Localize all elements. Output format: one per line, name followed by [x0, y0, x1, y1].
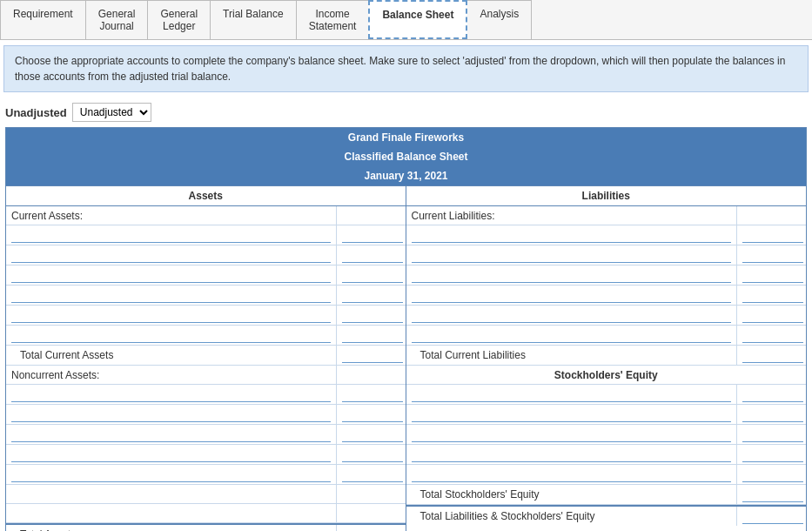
noncurrent-asset-field-2[interactable]	[6, 405, 336, 424]
asset-field-2[interactable]	[6, 245, 336, 265]
liability-amount-input-3[interactable]	[742, 267, 803, 283]
liability-amount-5[interactable]	[736, 306, 806, 325]
asset-amount-input-6[interactable]	[342, 327, 403, 343]
equity-input-3[interactable]	[412, 427, 732, 442]
equity-amount-input-2[interactable]	[742, 407, 803, 422]
liability-input-2[interactable]	[412, 247, 732, 263]
noncurrent-asset-amount-3[interactable]	[336, 425, 406, 444]
equity-amount-input-5[interactable]	[742, 467, 803, 482]
liability-amount-input-1[interactable]	[742, 227, 803, 243]
equity-amount-input-1[interactable]	[742, 386, 803, 402]
equity-amount-1[interactable]	[736, 385, 806, 404]
noncurrent-asset-amount-input-1[interactable]	[342, 386, 403, 402]
total-current-assets-amount[interactable]	[336, 346, 406, 365]
total-liabilities-equity-amount[interactable]	[736, 507, 806, 526]
noncurrent-asset-amount-1[interactable]	[336, 385, 406, 404]
liability-field-2[interactable]	[406, 245, 737, 265]
total-assets-amount[interactable]	[336, 525, 406, 531]
noncurrent-asset-amount-input-3[interactable]	[342, 427, 403, 442]
equity-field-5[interactable]	[406, 465, 737, 484]
total-current-liabilities-input[interactable]	[742, 347, 803, 363]
liability-amount-1[interactable]	[736, 225, 806, 245]
equity-input-1[interactable]	[412, 386, 732, 402]
tab-income-statement[interactable]: Income Statement	[296, 0, 370, 39]
equity-amount-3[interactable]	[736, 425, 806, 444]
liability-amount-input-2[interactable]	[742, 247, 803, 263]
asset-input-4[interactable]	[11, 287, 331, 303]
equity-amount-5[interactable]	[736, 465, 806, 484]
noncurrent-asset-input-5[interactable]	[11, 467, 331, 482]
liability-amount-4[interactable]	[736, 286, 806, 305]
asset-amount-input-3[interactable]	[342, 267, 403, 283]
asset-input-5[interactable]	[11, 307, 331, 323]
liability-field-5[interactable]	[406, 306, 737, 325]
equity-input-2[interactable]	[412, 407, 732, 422]
adjusted-dropdown[interactable]: Unadjusted Adjusted	[72, 103, 151, 122]
liability-amount-3[interactable]	[736, 266, 806, 285]
asset-amount-2[interactable]	[336, 245, 406, 265]
total-stockholders-equity-amount[interactable]	[736, 485, 806, 504]
liability-amount-2[interactable]	[736, 245, 806, 265]
asset-field-1[interactable]	[6, 225, 336, 245]
tab-analysis[interactable]: Analysis	[466, 0, 532, 39]
liability-input-3[interactable]	[412, 267, 732, 283]
equity-field-3[interactable]	[406, 425, 737, 444]
total-liabilities-equity-input[interactable]	[742, 508, 803, 524]
asset-amount-input-1[interactable]	[342, 227, 403, 243]
liability-input-6[interactable]	[412, 327, 732, 343]
asset-amount-5[interactable]	[336, 306, 406, 325]
asset-amount-input-5[interactable]	[342, 307, 403, 323]
noncurrent-asset-input-1[interactable]	[11, 386, 331, 402]
tab-trial-balance[interactable]: Trial Balance	[210, 0, 297, 39]
asset-amount-input-4[interactable]	[342, 287, 403, 303]
liability-field-1[interactable]	[406, 225, 737, 245]
liability-amount-input-6[interactable]	[742, 327, 803, 343]
equity-amount-2[interactable]	[736, 405, 806, 424]
liability-field-4[interactable]	[406, 286, 737, 305]
asset-input-3[interactable]	[11, 267, 331, 283]
noncurrent-asset-amount-input-5[interactable]	[342, 467, 403, 482]
liability-amount-6[interactable]	[736, 326, 806, 345]
noncurrent-asset-amount-input-4[interactable]	[342, 447, 403, 462]
asset-input-2[interactable]	[11, 247, 331, 263]
noncurrent-asset-amount-2[interactable]	[336, 405, 406, 424]
noncurrent-asset-input-3[interactable]	[11, 427, 331, 442]
equity-amount-input-3[interactable]	[742, 427, 803, 442]
equity-field-2[interactable]	[406, 405, 737, 424]
tab-general-ledger[interactable]: General Ledger	[147, 0, 211, 39]
total-current-assets-input[interactable]	[342, 347, 403, 363]
noncurrent-asset-amount-4[interactable]	[336, 445, 406, 464]
asset-amount-4[interactable]	[336, 286, 406, 305]
equity-amount-input-4[interactable]	[742, 447, 803, 462]
total-assets-input[interactable]	[342, 527, 403, 531]
tab-requirement[interactable]: Requirement	[0, 0, 86, 39]
liability-field-6[interactable]	[406, 326, 737, 345]
liability-input-1[interactable]	[412, 227, 732, 243]
noncurrent-asset-field-4[interactable]	[6, 445, 336, 464]
asset-input-1[interactable]	[11, 227, 331, 243]
asset-field-5[interactable]	[6, 306, 336, 325]
noncurrent-asset-input-4[interactable]	[11, 447, 331, 462]
asset-field-4[interactable]	[6, 286, 336, 305]
noncurrent-asset-field-3[interactable]	[6, 425, 336, 444]
tab-general-journal[interactable]: General Journal	[85, 0, 149, 39]
asset-field-3[interactable]	[6, 266, 336, 285]
equity-input-4[interactable]	[412, 447, 732, 462]
liability-field-3[interactable]	[406, 266, 737, 285]
total-current-liabilities-amount[interactable]	[736, 346, 806, 365]
asset-field-6[interactable]	[6, 326, 336, 345]
noncurrent-asset-input-2[interactable]	[11, 407, 331, 422]
tab-balance-sheet[interactable]: Balance Sheet	[368, 0, 467, 39]
liability-input-5[interactable]	[412, 307, 732, 323]
equity-amount-4[interactable]	[736, 445, 806, 464]
asset-amount-6[interactable]	[336, 326, 406, 345]
asset-amount-3[interactable]	[336, 266, 406, 285]
noncurrent-asset-amount-input-2[interactable]	[342, 407, 403, 422]
equity-field-4[interactable]	[406, 445, 737, 464]
asset-amount-input-2[interactable]	[342, 247, 403, 263]
equity-field-1[interactable]	[406, 385, 737, 404]
liability-amount-input-4[interactable]	[742, 287, 803, 303]
liability-amount-input-5[interactable]	[742, 307, 803, 323]
noncurrent-asset-field-5[interactable]	[6, 465, 336, 484]
total-stockholders-equity-input[interactable]	[742, 487, 803, 502]
